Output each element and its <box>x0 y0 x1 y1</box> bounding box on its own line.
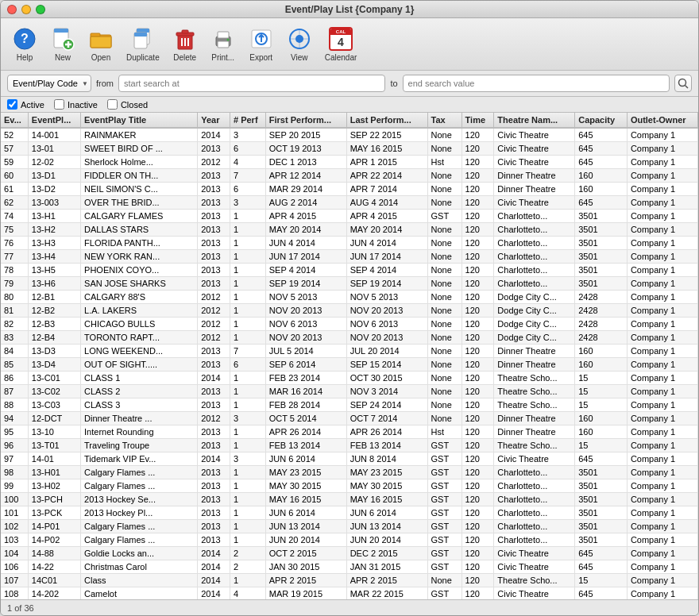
new-button[interactable]: New <box>45 23 80 65</box>
table-row[interactable]: 9913-H02Calgary Flames ...20131MAY 30 20… <box>1 479 698 493</box>
search-to-input[interactable] <box>403 75 670 92</box>
view-icon <box>287 26 312 52</box>
open-button[interactable]: Open <box>83 23 118 65</box>
table-row[interactable]: 10314-P02Calgary Flames ...20131JUN 20 2… <box>1 533 698 547</box>
table-row[interactable]: 10013-PCH2013 Hockey Se...20131MAY 16 20… <box>1 493 698 506</box>
minimize-button[interactable] <box>21 5 31 14</box>
search-from-input[interactable] <box>118 75 385 92</box>
cell-last: NOV 20 2013 <box>346 304 427 318</box>
view-label: View <box>291 53 308 62</box>
table-row[interactable]: 10414-88Goldie Locks an...20142OCT 2 201… <box>1 547 698 560</box>
cell-last: NOV 5 2013 <box>346 291 427 304</box>
inactive-checkbox[interactable] <box>54 99 64 110</box>
table-row[interactable]: 9412-DCTDinner Theatre ...20123OCT 5 201… <box>1 412 698 425</box>
table-row[interactable]: 6213-003OVER THE BRID...20133AUG 2 2014A… <box>1 196 698 210</box>
search-button[interactable] <box>674 75 692 92</box>
table-row[interactable]: 7413-H1CALGARY FLAMES20131APR 4 2015APR … <box>1 210 698 223</box>
cell-cap: 645 <box>575 587 628 600</box>
inactive-filter[interactable]: Inactive <box>54 99 98 110</box>
active-checkbox[interactable] <box>7 99 17 110</box>
cell-ev: 76 <box>1 237 28 250</box>
col-header-last[interactable]: Last Perform... <box>346 113 427 128</box>
table-row[interactable]: 5912-02Sherlock Holme...20124DEC 1 2013A… <box>1 156 698 169</box>
calendar-button[interactable]: CAL 4 Calendar <box>320 23 362 65</box>
col-header-ev[interactable]: Ev... <box>1 113 28 128</box>
cell-year: 2013 <box>198 210 230 223</box>
main-window: Event/Play List {Company 1} ? Help <box>0 0 699 616</box>
table-row[interactable]: 7813-H5PHOENIX COYO...20131SEP 4 2014SEP… <box>1 264 698 277</box>
table-row[interactable]: 7713-H4NEW YORK RAN...20131JUN 17 2014JU… <box>1 250 698 264</box>
closed-filter[interactable]: Closed <box>107 99 148 110</box>
cell-outlet: Company 1 <box>627 574 697 587</box>
col-header-title[interactable]: EventPlay Title <box>81 113 198 128</box>
table-row[interactable]: 8713-C02CLASS 220131MAR 16 2014NOV 3 201… <box>1 385 698 398</box>
search-field-select[interactable]: Event/Play Code EventPlay Title Year <box>7 75 91 92</box>
table-row[interactable]: 8413-D3LONG WEEKEND...20137JUL 5 2014JUL… <box>1 345 698 358</box>
cell-last: JUL 20 2014 <box>346 345 427 358</box>
to-label: to <box>390 79 397 88</box>
col-header-time[interactable]: Time <box>461 113 494 128</box>
cell-perf: 7 <box>230 345 265 358</box>
cell-ep: 13-H1 <box>28 210 80 223</box>
table-row[interactable]: 10714C01Class20141APR 2 2015APR 2 2015No… <box>1 574 698 587</box>
table-row[interactable]: 8813-C03CLASS 320131FEB 28 2014SEP 24 20… <box>1 398 698 412</box>
view-button[interactable]: View <box>282 23 317 65</box>
cell-ev: 84 <box>1 345 28 358</box>
table-row[interactable]: 9613-T01Traveling Troupe20131FEB 13 2014… <box>1 439 698 452</box>
cell-first: JUL 5 2014 <box>265 345 346 358</box>
table-row[interactable]: 10214-P01Calgary Flames ...20131JUN 13 2… <box>1 520 698 533</box>
maximize-button[interactable] <box>36 5 45 14</box>
col-header-theatre[interactable]: Theatre Nam... <box>494 113 575 128</box>
table-row[interactable]: 7513-H2DALLAS STARS20131MAY 20 2014MAY 2… <box>1 223 698 237</box>
table-row[interactable]: 7913-H6SAN JOSE SHARKS20131SEP 19 2014SE… <box>1 277 698 291</box>
table-row[interactable]: 8513-D4OUT OF SIGHT.....20136SEP 6 2014S… <box>1 358 698 372</box>
table-row[interactable]: 10113-PCK2013 Hockey Pl...20131JUN 6 201… <box>1 506 698 520</box>
cell-perf: 1 <box>230 237 265 250</box>
cell-theatre: Dodge City C... <box>494 318 575 331</box>
help-button[interactable]: ? Help <box>7 23 42 65</box>
col-header-first[interactable]: First Perform... <box>265 113 346 128</box>
export-button[interactable]: Export <box>244 23 279 65</box>
table-row[interactable]: 8613-C01CLASS 120141FEB 23 2014OCT 30 20… <box>1 372 698 385</box>
table-row[interactable]: 8112-B2L.A. LAKERS20121NOV 20 2013NOV 20… <box>1 304 698 318</box>
active-filter[interactable]: Active <box>7 99 44 110</box>
col-header-year[interactable]: Year <box>198 113 230 128</box>
table-row[interactable]: 10614-22Christmas Carol20142JAN 30 2015J… <box>1 560 698 574</box>
table-row[interactable]: 9714-01Tidemark VIP Ev...20143JUN 6 2014… <box>1 452 698 466</box>
delete-button[interactable]: Delete <box>168 23 203 65</box>
table-row[interactable]: 6113-D2NEIL SIMON'S C...20136MAR 29 2014… <box>1 183 698 196</box>
table-row[interactable]: 8312-B4TORONTO RAPT...20121NOV 20 2013NO… <box>1 331 698 345</box>
cell-cap: 15 <box>575 574 628 587</box>
col-header-capacity[interactable]: Capacity <box>575 113 628 128</box>
duplicate-button[interactable]: Duplicate <box>122 23 164 65</box>
table-row[interactable]: 7613-H3FLORIDA PANTH...20131JUN 4 2014JU… <box>1 237 698 250</box>
print-button[interactable]: Print... <box>206 23 241 65</box>
table-container[interactable]: Ev... EventPl... EventPlay Title Year # … <box>1 113 698 599</box>
close-button[interactable] <box>7 5 17 14</box>
cell-ep: 13-C01 <box>28 372 80 385</box>
col-header-tax[interactable]: Tax <box>427 113 461 128</box>
table-row[interactable]: 9813-H01Calgary Flames ...20131MAY 23 20… <box>1 466 698 479</box>
cell-last: JUN 8 2014 <box>346 452 427 466</box>
cell-theatre: Charlotteto... <box>494 479 575 493</box>
cell-last: SEP 19 2014 <box>346 277 427 291</box>
table-row[interactable]: 8212-B3CHICAGO BULLS20121NOV 6 2013NOV 6… <box>1 318 698 331</box>
cell-year: 2013 <box>198 506 230 520</box>
table-row[interactable]: 5214-001RAINMAKER20143SEP 20 2015SEP 22 … <box>1 128 698 142</box>
table-row[interactable]: 5713-01SWEET BIRD OF ...20136OCT 19 2013… <box>1 142 698 156</box>
table-row[interactable]: 6013-D1FIDDLER ON TH...20137APR 12 2014A… <box>1 169 698 183</box>
cell-tax: None <box>427 128 461 142</box>
col-header-eventpl[interactable]: EventPl... <box>28 113 80 128</box>
cell-time: 120 <box>461 142 494 156</box>
cell-ep: 13-D4 <box>28 358 80 372</box>
cell-first: JUN 20 2014 <box>265 533 346 547</box>
col-header-outlet[interactable]: Outlet-Owner <box>627 113 697 128</box>
table-row[interactable]: 8012-B1CALGARY 88'S20121NOV 5 2013NOV 5 … <box>1 291 698 304</box>
closed-checkbox[interactable] <box>107 99 118 110</box>
col-header-perf[interactable]: # Perf <box>230 113 265 128</box>
cell-perf: 1 <box>230 264 265 277</box>
table-row[interactable]: 10814-202Camelot20144MAR 19 2015MAR 22 2… <box>1 587 698 600</box>
cell-tax: GST <box>427 520 461 533</box>
cell-outlet: Company 1 <box>627 250 697 264</box>
table-row[interactable]: 9513-10Internet Rounding20131APR 26 2014… <box>1 425 698 439</box>
